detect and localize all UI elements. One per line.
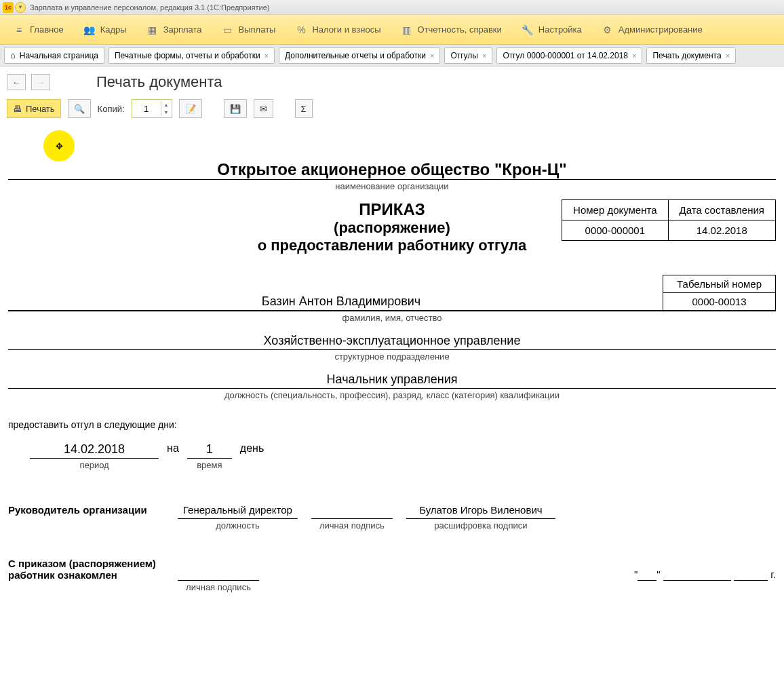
menu-icon: ≡: [14, 24, 24, 35]
menu-label: Выплаты: [239, 24, 276, 35]
employee-sign-blank: [178, 566, 259, 581]
wrench-icon: 🔧: [522, 24, 533, 35]
ack-label: С приказом (распоряжением) работник озна…: [8, 558, 164, 581]
day-word: день: [240, 442, 264, 455]
close-icon[interactable]: ×: [726, 52, 730, 60]
tab-print-forms[interactable]: Печатные формы, отчеты и обработки×: [109, 47, 275, 64]
position-value: Начальник управления: [8, 372, 776, 389]
wallet-icon: ▭: [222, 24, 233, 35]
tab-label: Дополнительные отчеты и обработки: [285, 51, 426, 60]
ack-label-line2: работник ознакомлен: [8, 569, 164, 581]
org-caption: наименование организации: [8, 181, 776, 191]
edit-button[interactable]: 📝: [179, 99, 202, 118]
tab-home[interactable]: ⌂Начальная страница: [4, 47, 104, 64]
org-name: Открытое акционерное общество "Крон-Ц": [8, 160, 776, 179]
grant-text: предоставить отгул в следующие дни:: [8, 419, 776, 430]
gear-icon: ⚙: [602, 24, 613, 35]
head-position: Генеральный директор: [178, 504, 298, 519]
tab-otgul-doc[interactable]: Отгул 0000-000001 от 14.02.2018×: [496, 47, 642, 64]
head-name: Булатов Игорь Виленович: [406, 504, 555, 519]
tabnum-table: Табельный номер 0000-00013: [663, 275, 776, 311]
close-icon[interactable]: ×: [264, 52, 269, 60]
sign-caption: личная подпись: [311, 520, 393, 531]
toolbar: 🖶Печать 🔍 Копий: ▲ ▼ 📝 💾 ✉ Σ: [0, 91, 784, 126]
tabnum-header: Табельный номер: [663, 275, 776, 293]
back-button[interactable]: ←: [7, 74, 26, 90]
document-area: Открытое акционерное общество "Крон-Ц" н…: [0, 126, 784, 613]
divider: [8, 179, 776, 180]
tab-label: Печать документа: [652, 51, 721, 60]
main-menu: ≡Главное 👥Кадры ▦Зарплата ▭Выплаты %Нало…: [0, 15, 784, 45]
forward-button[interactable]: →: [31, 74, 50, 90]
tab-label: Печатные формы, отчеты и обработки: [115, 51, 260, 60]
menu-label: Главное: [30, 24, 64, 35]
menu-label: Налоги и взносы: [312, 24, 380, 35]
window-title: Зарплата и управление персоналом, редакц…: [30, 3, 269, 12]
menu-label: Администрирование: [619, 24, 703, 35]
cursor-highlight-icon: [43, 130, 75, 161]
calc-icon: ▦: [147, 24, 158, 35]
nav-row: ← → Печать документа: [0, 66, 784, 91]
save-button[interactable]: 💾: [224, 99, 247, 118]
head-label: Руководитель организации: [8, 504, 164, 516]
menu-zarplata[interactable]: ▦Зарплата: [138, 20, 212, 39]
position-caption: должность (специальность, профессия), ра…: [8, 390, 776, 400]
people-icon: 👥: [84, 24, 95, 35]
dept-caption: структурное подразделение: [8, 351, 776, 362]
order-title-2: (распоряжение): [8, 219, 776, 237]
period-value: 14.02.2018: [30, 442, 159, 459]
home-icon: ⌂: [10, 50, 16, 60]
tab-label: Отгулы: [450, 51, 478, 60]
menu-label: Настройка: [538, 24, 582, 35]
signature-row-head: Руководитель организации Генеральный дир…: [8, 504, 776, 531]
menu-otchet[interactable]: ▥Отчетность, справки: [392, 20, 511, 39]
decode-caption: расшифровка подписи: [406, 520, 555, 531]
sum-button[interactable]: Σ: [295, 99, 313, 118]
printer-icon: 🖶: [13, 104, 22, 114]
menu-main[interactable]: ≡Главное: [4, 20, 73, 39]
na-label: на: [167, 442, 179, 455]
report-icon: ▥: [401, 24, 412, 35]
close-icon[interactable]: ×: [482, 52, 486, 60]
close-icon[interactable]: ×: [632, 52, 636, 60]
ack-date: " " г.: [634, 569, 776, 581]
copies-label: Копий:: [98, 104, 125, 114]
days-caption: время: [187, 460, 232, 470]
save-icon: 💾: [230, 104, 241, 114]
menu-nalogi[interactable]: %Налоги и взносы: [286, 20, 390, 39]
tab-additional-reports[interactable]: Дополнительные отчеты и обработки×: [279, 47, 440, 64]
head-sign-blank: [311, 504, 393, 519]
fio-caption: фамилия, имя, отчество: [8, 313, 776, 323]
app-icon: 1c: [3, 2, 14, 13]
year-suffix: г.: [770, 569, 776, 580]
page-title: Печать документа: [96, 73, 222, 91]
employee-sign-caption: личная подпись: [178, 582, 259, 592]
sigma-icon: Σ: [301, 104, 307, 114]
head-position-caption: должность: [178, 520, 298, 531]
acknowledge-row: С приказом (распоряжением) работник озна…: [8, 558, 776, 592]
email-button[interactable]: ✉: [254, 99, 273, 118]
copies-input[interactable]: [132, 100, 161, 117]
tabnum: 0000-00013: [663, 293, 776, 311]
spinner-up-icon[interactable]: ▲: [161, 101, 172, 109]
period-row: 14.02.2018 период на 1 время день: [8, 442, 776, 470]
close-icon[interactable]: ×: [430, 52, 434, 60]
tab-print-document[interactable]: Печать документа×: [646, 47, 736, 64]
period-caption: период: [30, 460, 159, 470]
ack-label-line1: С приказом (распоряжением): [8, 558, 164, 569]
menu-label: Зарплата: [163, 24, 202, 35]
menu-nastroika[interactable]: 🔧Настройка: [513, 20, 591, 39]
dropdown-icon[interactable]: ▼: [15, 2, 26, 13]
spinner-down-icon[interactable]: ▼: [161, 109, 172, 116]
preview-button[interactable]: 🔍: [68, 99, 91, 118]
menu-kadry[interactable]: 👥Кадры: [75, 20, 136, 39]
tab-otguly[interactable]: Отгулы×: [444, 47, 492, 64]
print-button[interactable]: 🖶Печать: [7, 99, 61, 118]
tabs-bar: ⌂Начальная страница Печатные формы, отче…: [0, 45, 784, 66]
order-title-block: ПРИКАЗ (распоряжение) о предоставлении р…: [8, 200, 776, 254]
menu-vyplaty[interactable]: ▭Выплаты: [213, 20, 286, 39]
menu-admin[interactable]: ⚙Администрирование: [593, 20, 712, 39]
copies-spinner[interactable]: ▲ ▼: [132, 99, 172, 118]
mail-icon: ✉: [260, 104, 267, 114]
days-value: 1: [187, 442, 232, 459]
